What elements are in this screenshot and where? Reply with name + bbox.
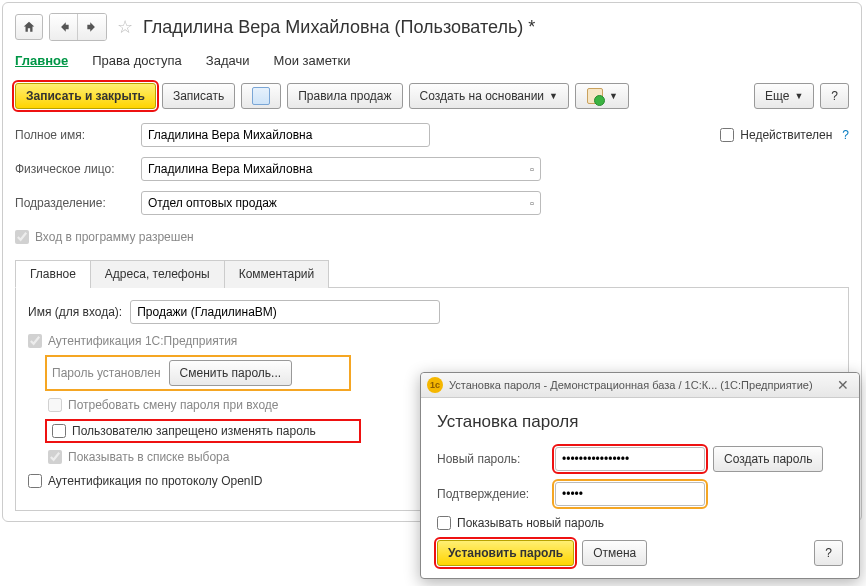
pwd-status-label: Пароль установлен	[52, 366, 161, 380]
cancel-button[interactable]: Отмена	[582, 540, 647, 566]
dialog-help-button[interactable]: ?	[814, 540, 843, 566]
favorite-icon[interactable]: ☆	[113, 16, 137, 38]
tab-notes[interactable]: Мои заметки	[273, 53, 350, 68]
save-button[interactable]: Записать	[162, 83, 235, 109]
help-button[interactable]: ?	[820, 83, 849, 109]
new-password-input[interactable]	[555, 447, 705, 471]
toolbar: Записать и закрыть Записать Правила прод…	[15, 83, 849, 109]
dialog-title: Установка пароля - Демонстрационная база…	[449, 379, 833, 391]
show-in-select-checkbox[interactable]: Показывать в списке выбора	[48, 450, 229, 464]
login-label: Имя (для входа):	[28, 305, 122, 319]
create-on-icon	[586, 87, 604, 105]
generate-password-button[interactable]: Создать пароль	[713, 446, 823, 472]
tab-tasks[interactable]: Задачи	[206, 53, 250, 68]
inner-tab-comment[interactable]: Комментарий	[224, 260, 330, 288]
back-button[interactable]	[50, 14, 78, 40]
inactive-checkbox[interactable]: Недействителен ?	[720, 128, 849, 142]
set-password-dialog: 1c Установка пароля - Демонстрационная б…	[420, 372, 860, 579]
confirm-password-input[interactable]	[555, 482, 705, 506]
fullname-input[interactable]	[141, 123, 430, 147]
home-button[interactable]	[15, 14, 43, 40]
person-label: Физическое лицо:	[15, 162, 133, 176]
inner-tab-addresses[interactable]: Адреса, телефоны	[90, 260, 225, 288]
chevron-down-icon: ▼	[549, 91, 558, 101]
new-password-label: Новый пароль:	[437, 452, 547, 466]
document-button[interactable]	[241, 83, 281, 109]
dept-label: Подразделение:	[15, 196, 133, 210]
arrow-right-icon	[85, 20, 99, 34]
create-on-basis-button[interactable]: Создать на основании▼	[409, 83, 569, 109]
inner-tab-main[interactable]: Главное	[15, 260, 91, 288]
app-1c-icon: 1c	[427, 377, 443, 393]
inner-tabs: Главное Адреса, телефоны Комментарий	[15, 259, 849, 288]
dialog-titlebar: 1c Установка пароля - Демонстрационная б…	[421, 373, 859, 398]
open-ref-icon[interactable]: ▫	[526, 197, 534, 209]
change-password-button[interactable]: Сменить пароль...	[169, 360, 293, 386]
create-on-icon-button[interactable]: ▼	[575, 83, 629, 109]
more-button[interactable]: Еще▼	[754, 83, 814, 109]
confirm-password-label: Подтверждение:	[437, 487, 547, 501]
chevron-down-icon: ▼	[794, 91, 803, 101]
tab-access[interactable]: Права доступа	[92, 53, 182, 68]
sales-rules-button[interactable]: Правила продаж	[287, 83, 402, 109]
login-allowed-checkbox[interactable]: Вход в программу разрешен	[15, 230, 194, 244]
document-icon	[252, 87, 270, 105]
dialog-body: Установка пароля Новый пароль: Создать п…	[421, 398, 859, 578]
home-icon	[22, 20, 36, 34]
login-input[interactable]	[130, 300, 440, 324]
auth-1c-checkbox[interactable]: Аутентификация 1С:Предприятия	[28, 334, 237, 348]
arrow-left-icon	[57, 20, 71, 34]
page-title: Гладилина Вера Михайловна (Пользователь)…	[143, 17, 535, 38]
auth-openid-checkbox[interactable]: Аутентификация по протоколу OpenID	[28, 474, 263, 488]
tab-main[interactable]: Главное	[15, 53, 68, 68]
inactive-help-link[interactable]: ?	[842, 128, 849, 142]
forward-button[interactable]	[78, 14, 106, 40]
nav-group	[49, 13, 107, 41]
require-change-checkbox[interactable]: Потребовать смену пароля при входе	[48, 398, 279, 412]
dept-input[interactable]: ▫	[141, 191, 541, 215]
titlebar: ☆ Гладилина Вера Михайловна (Пользовател…	[15, 13, 849, 41]
fullname-label: Полное имя:	[15, 128, 133, 142]
dialog-close-button[interactable]: ✕	[833, 377, 853, 393]
save-close-button[interactable]: Записать и закрыть	[15, 83, 156, 109]
show-password-checkbox[interactable]: Показывать новый пароль	[437, 516, 604, 530]
set-password-button[interactable]: Установить пароль	[437, 540, 574, 566]
person-input[interactable]: ▫	[141, 157, 541, 181]
open-ref-icon[interactable]: ▫	[526, 163, 534, 175]
chevron-down-icon: ▼	[609, 91, 618, 101]
section-tabs: Главное Права доступа Задачи Мои заметки	[15, 49, 849, 73]
forbid-change-checkbox[interactable]: Пользователю запрещено изменять пароль	[52, 424, 316, 438]
dialog-heading: Установка пароля	[437, 412, 843, 432]
